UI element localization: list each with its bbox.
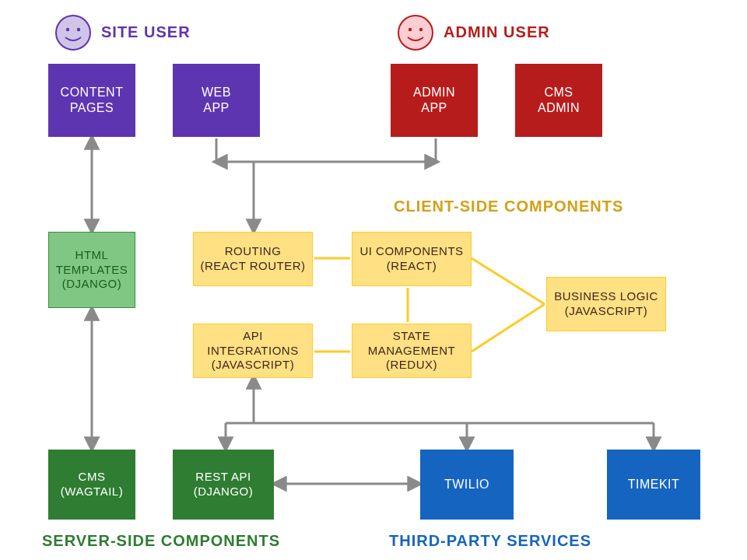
- box-content-pages: CONTENT PAGES: [48, 64, 135, 137]
- admin-user-face-icon: [397, 14, 434, 51]
- box-api-integrations: API INTEGRATIONS (JAVASCRIPT): [193, 324, 313, 378]
- svg-line-15: [472, 258, 545, 304]
- box-twilio: TWILIO: [420, 450, 514, 520]
- svg-point-20: [398, 16, 433, 50]
- box-state-mgmt: STATE MANAGEMENT (REDUX): [352, 324, 472, 378]
- box-rest-api: REST API (DJANGO): [173, 450, 274, 520]
- box-cms-admin: CMS ADMIN: [515, 64, 602, 137]
- svg-point-21: [409, 28, 412, 31]
- client-side-title: CLIENT-SIDE COMPONENTS: [394, 198, 623, 215]
- box-cms: CMS (WAGTAIL): [48, 450, 135, 520]
- svg-point-19: [77, 28, 80, 31]
- box-admin-app: ADMIN APP: [391, 64, 478, 137]
- site-user-title: SITE USER: [101, 23, 191, 41]
- box-timekit: TIMEKIT: [607, 450, 700, 520]
- box-web-app: WEB APP: [173, 64, 260, 137]
- svg-point-17: [56, 16, 90, 50]
- box-ui-components: UI COMPONENTS (REACT): [352, 232, 472, 286]
- box-business-logic: BUSINESS LOGIC (JAVASCRIPT): [546, 277, 666, 331]
- box-routing: ROUTING (REACT ROUTER): [193, 232, 313, 286]
- server-side-title: SERVER-SIDE COMPONENTS: [42, 532, 280, 550]
- site-user-face-icon: [54, 14, 92, 51]
- svg-line-16: [472, 304, 545, 352]
- svg-point-18: [66, 28, 69, 31]
- architecture-diagram: SITE USER ADMIN USER CLIENT-SIDE COMPONE…: [0, 0, 747, 560]
- svg-point-22: [419, 28, 423, 31]
- third-party-title: THIRD-PARTY SERVICES: [389, 532, 591, 550]
- admin-user-title: ADMIN USER: [444, 23, 550, 41]
- box-html-templates: HTML TEMPLATES (DJANGO): [48, 232, 135, 308]
